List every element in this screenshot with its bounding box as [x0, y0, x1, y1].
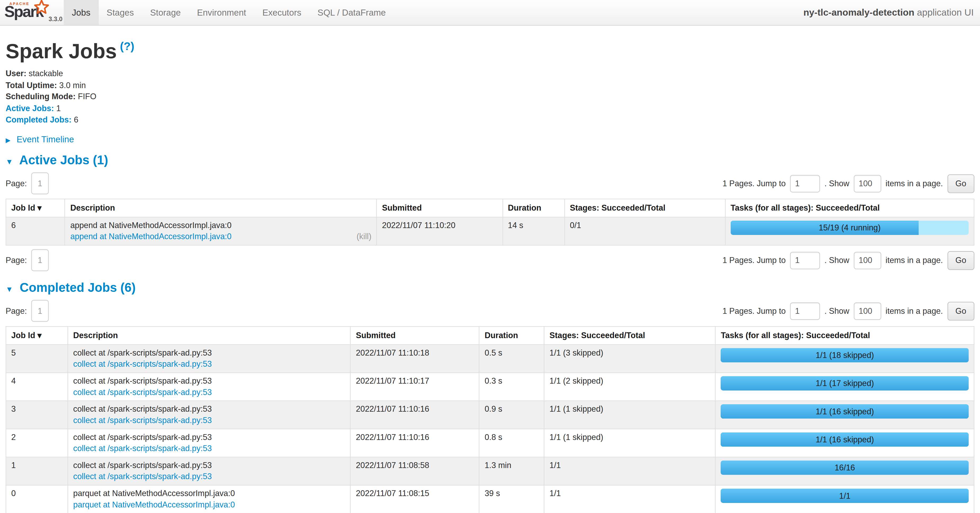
page-title: Spark Jobs(?): [6, 34, 974, 63]
page-size-input[interactable]: [854, 302, 881, 319]
duration-cell: 0.8 s: [479, 429, 544, 457]
table-row: 0 parquet at NativeMethodAccessorImpl.ja…: [6, 485, 974, 513]
spark-version: 3.3.0: [49, 16, 63, 22]
spark-logo[interactable]: APACHE Spark 3.3.0: [0, 0, 64, 25]
tasks-progress-bar: 16/16: [721, 460, 969, 474]
tasks-progress-bar: 1/1 (18 skipped): [721, 348, 969, 362]
description-cell: append at NativeMethodAccessorImpl.java:…: [65, 217, 377, 245]
progress-label: 1/1 (18 skipped): [721, 348, 969, 362]
tab-environment[interactable]: Environment: [189, 0, 255, 25]
go-button[interactable]: Go: [947, 301, 974, 320]
job-detail-link[interactable]: collect at /spark-scripts/spark-ad.py:53: [73, 415, 212, 426]
stages-cell: 0/1: [565, 217, 725, 245]
col-duration[interactable]: Duration: [503, 199, 565, 217]
tab-jobs[interactable]: Jobs: [64, 0, 99, 25]
submitted-cell: 2022/11/07 11:10:16: [351, 429, 480, 457]
col-description[interactable]: Description: [68, 326, 351, 344]
col-tasks[interactable]: Tasks (for all stages): Succeeded/Total: [716, 326, 974, 344]
job-description: collect at /spark-scripts/spark-ad.py:53: [73, 375, 345, 386]
job-detail-link[interactable]: collect at /spark-scripts/spark-ad.py:53: [73, 443, 212, 454]
active-jobs-link[interactable]: Active Jobs:: [6, 103, 54, 113]
col-duration[interactable]: Duration: [479, 326, 544, 344]
job-id-cell: 1: [6, 457, 68, 485]
submitted-cell: 2022/11/07 11:10:20: [377, 217, 503, 245]
page-number-box[interactable]: 1: [31, 300, 49, 322]
job-detail-link[interactable]: collect at /spark-scripts/spark-ad.py:53: [73, 386, 212, 398]
expanded-arrow-icon: ▼: [6, 154, 13, 168]
event-timeline-toggle[interactable]: ▶ Event Timeline: [6, 134, 974, 144]
application-title-suffix: application UI: [917, 7, 974, 17]
submitted-cell: 2022/11/07 11:10:18: [351, 344, 480, 372]
submitted-cell: 2022/11/07 11:10:16: [351, 400, 480, 429]
col-stages[interactable]: Stages: Succeeded/Total: [565, 199, 725, 217]
tab-storage[interactable]: Storage: [142, 0, 189, 25]
completed-jobs-link[interactable]: Completed Jobs:: [6, 115, 72, 124]
jump-to-page-input[interactable]: [790, 175, 820, 192]
job-description: collect at /spark-scripts/spark-ad.py:53: [73, 347, 345, 359]
jump-to-page-input[interactable]: [790, 302, 820, 319]
kill-job-link[interactable]: (kill): [352, 231, 371, 242]
spark-jobs-page: APACHE Spark 3.3.0 Jobs Stages Storage E…: [0, 0, 980, 513]
col-submitted[interactable]: Submitted: [351, 326, 480, 344]
collapsed-arrow-icon: ▶: [6, 137, 10, 143]
page-number-box[interactable]: 1: [31, 173, 49, 194]
tab-sql-dataframe[interactable]: SQL / DataFrame: [309, 0, 394, 25]
go-button[interactable]: Go: [947, 174, 974, 193]
progress-label: 1/1: [721, 488, 969, 503]
tasks-cell: 1/1 (16 skipped): [716, 429, 974, 457]
table-header-row: Job Id ▾ Description Submitted Duration …: [6, 326, 974, 344]
job-summary-list: User: stackable Total Uptime: 3.0 min Sc…: [6, 68, 974, 125]
job-detail-link[interactable]: collect at /spark-scripts/spark-ad.py:53: [73, 358, 212, 370]
go-button[interactable]: Go: [947, 251, 974, 270]
stages-cell: 1/1 (2 skipped): [544, 373, 715, 400]
job-id-cell: 6: [6, 217, 65, 245]
completed-jobs-heading[interactable]: ▼ Completed Jobs (6): [6, 280, 974, 296]
summary-completed-jobs: Completed Jobs: 6: [6, 114, 974, 126]
spark-ui-window: APACHE Spark 3.3.0 Jobs Stages Storage E…: [0, 0, 980, 513]
table-row: 1 collect at /spark-scripts/spark-ad.py:…: [6, 457, 974, 485]
col-job-id[interactable]: Job Id ▾: [6, 326, 68, 344]
job-detail-link[interactable]: collect at /spark-scripts/spark-ad.py:53: [73, 471, 212, 482]
help-link[interactable]: (?): [120, 40, 134, 52]
submitted-cell: 2022/11/07 11:10:17: [351, 373, 480, 400]
tab-executors[interactable]: Executors: [255, 0, 309, 25]
submitted-cell: 2022/11/07 11:08:58: [351, 457, 480, 485]
page-size-input[interactable]: [854, 252, 881, 269]
tasks-progress-bar: 1/1 (17 skipped): [721, 376, 969, 390]
tasks-cell: 1/1 (16 skipped): [716, 400, 974, 429]
tasks-progress-bar: 1/1: [721, 488, 969, 503]
completed-jobs-pagination-top: Page: 1 1 Pages. Jump to . Show items in…: [6, 300, 974, 322]
duration-cell: 0.9 s: [479, 400, 544, 429]
duration-cell: 39 s: [479, 485, 544, 513]
summary-uptime: Total Uptime: 3.0 min: [6, 79, 974, 91]
active-jobs-pagination-top: Page: 1 1 Pages. Jump to . Show items in…: [6, 172, 974, 195]
active-jobs-pagination-bottom: Page: 1 1 Pages. Jump to . Show items in…: [6, 249, 974, 272]
job-id-cell: 2: [6, 429, 68, 457]
tasks-progress-bar: 15/19 (4 running): [730, 220, 969, 234]
col-stages[interactable]: Stages: Succeeded/Total: [544, 326, 715, 344]
table-row: 4 collect at /spark-scripts/spark-ad.py:…: [6, 373, 974, 400]
active-jobs-heading[interactable]: ▼ Active Jobs (1): [6, 152, 974, 168]
col-tasks[interactable]: Tasks (for all stages): Succeeded/Total: [725, 199, 974, 217]
stages-cell: 1/1 (3 skipped): [544, 344, 715, 372]
job-description: collect at /spark-scripts/spark-ad.py:53: [73, 432, 345, 443]
summary-user: User: stackable: [6, 68, 974, 79]
job-description: collect at /spark-scripts/spark-ad.py:53: [73, 403, 345, 415]
col-submitted[interactable]: Submitted: [377, 199, 503, 217]
tab-stages[interactable]: Stages: [99, 0, 142, 25]
description-cell: collect at /spark-scripts/spark-ad.py:53…: [68, 373, 351, 400]
page-size-input[interactable]: [854, 175, 881, 192]
page-number-box[interactable]: 1: [31, 249, 49, 271]
description-cell: collect at /spark-scripts/spark-ad.py:53…: [68, 429, 351, 457]
col-job-id[interactable]: Job Id ▾: [6, 199, 65, 217]
jump-to-page-input[interactable]: [790, 252, 820, 269]
job-detail-link[interactable]: append at NativeMethodAccessorImpl.java:…: [70, 231, 232, 242]
job-detail-link[interactable]: parquet at NativeMethodAccessorImpl.java…: [73, 499, 235, 510]
summary-scheduling-mode: Scheduling Mode: FIFO: [6, 91, 974, 103]
col-description[interactable]: Description: [65, 199, 377, 217]
job-id-cell: 0: [6, 485, 68, 513]
application-title: ny-tlc-anomaly-detection application UI: [803, 0, 980, 25]
tasks-cell: 15/19 (4 running): [725, 217, 974, 245]
tasks-progress-bar: 1/1 (16 skipped): [721, 404, 969, 418]
stages-cell: 1/1: [544, 485, 715, 513]
